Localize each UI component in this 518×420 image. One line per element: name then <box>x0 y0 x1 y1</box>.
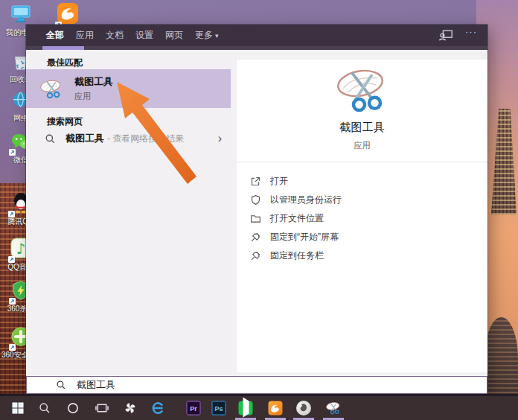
snipping-tool-icon <box>39 78 64 100</box>
taskbar-search-button[interactable] <box>39 402 51 415</box>
shortcut-arrow-icon <box>9 344 16 351</box>
cortana-circle-icon <box>67 402 80 415</box>
action-pin-to-taskbar[interactable]: 固定到任务栏 <box>237 246 487 265</box>
action-run-as-admin[interactable]: 以管理员身份运行 <box>237 191 487 209</box>
snipping-tool-icon <box>325 401 342 416</box>
search-icon <box>56 380 66 390</box>
shield-icon <box>250 194 261 206</box>
tab-all[interactable]: 全部 <box>46 29 64 42</box>
search-box <box>26 376 487 394</box>
action-open[interactable]: 打开 <box>237 172 487 191</box>
uc-browser-icon <box>57 2 79 28</box>
open-icon <box>250 176 261 187</box>
shortcut-arrow-icon <box>9 149 16 156</box>
task-view-icon <box>95 402 109 415</box>
round-app-icon <box>296 401 311 416</box>
tab-web[interactable]: 网页 <box>165 29 183 42</box>
tab-more[interactable]: 更多▾ <box>195 29 219 42</box>
taskbar-iqiyi[interactable] <box>239 401 253 416</box>
web-search-header: 搜索网页 <box>47 115 83 128</box>
screen: 我的电脑 回收站 网络 微信 腾讯QQ QQ音乐 360杀毒 360安全卫士 <box>0 0 518 420</box>
best-match-result-snipping-tool[interactable]: 截图工具 应用 <box>26 69 231 108</box>
taskbar-360-browser[interactable] <box>124 401 138 416</box>
web-search-result[interactable]: 截图工具 - 查看网络搜索结果 › <box>26 127 231 150</box>
tab-apps[interactable]: 应用 <box>76 29 94 42</box>
desktop-icon-uc-browser[interactable] <box>48 2 87 28</box>
ellipsis-icon[interactable]: ··· <box>465 26 477 37</box>
action-open-file-location[interactable]: 打开文件位置 <box>237 209 487 228</box>
search-input[interactable] <box>75 379 487 392</box>
pin-icon <box>250 232 261 243</box>
taskbar-photoshop[interactable]: Ps <box>212 401 226 416</box>
snipping-tool-icon-large <box>330 66 395 115</box>
cortana-button[interactable] <box>67 402 80 415</box>
taskbar-snipping-tool[interactable] <box>325 401 342 416</box>
result-subtitle: 应用 <box>74 91 113 102</box>
photoshop-icon: Ps <box>212 401 226 416</box>
best-match-header: 最佳匹配 <box>47 57 83 69</box>
windows-logo-icon <box>12 402 25 415</box>
app-card: 截图工具 应用 <box>237 60 487 162</box>
search-flyout: 全部 应用 文档 设置 网页 更多▾ ··· 最佳匹配 截图工具 应用 <box>26 25 487 394</box>
ie-icon <box>151 401 165 416</box>
uc-browser-icon <box>269 401 283 416</box>
taskbar-media-app[interactable] <box>296 401 311 416</box>
taskbar: Pr Ps <box>0 396 518 420</box>
web-query-hint: - 查看网络搜索结果 <box>107 133 184 145</box>
premiere-icon: Pr <box>187 401 201 416</box>
shortcut-arrow-icon <box>8 211 15 217</box>
app-actions: 打开 以管理员身份运行 打开文件位置 固定到“开始”屏幕 <box>237 162 487 265</box>
search-icon <box>45 133 56 144</box>
results-panel: 最佳匹配 截图工具 应用 搜索网页 截图工具 - 查看网络搜索结果 › <box>26 50 231 376</box>
search-icon <box>39 402 51 415</box>
folder-icon <box>250 213 261 224</box>
tab-documents[interactable]: 文档 <box>106 29 124 42</box>
tab-settings[interactable]: 设置 <box>135 29 153 42</box>
chevron-right-icon: › <box>218 133 222 144</box>
pinwheel-icon <box>124 401 138 416</box>
preview-panel: 截图工具 应用 打开 以管理员身份运行 打开文件位置 <box>237 60 487 372</box>
search-results: 最佳匹配 截图工具 应用 搜索网页 截图工具 - 查看网络搜索结果 › <box>26 50 487 376</box>
app-title: 截图工具 <box>237 121 487 135</box>
web-query: 截图工具 <box>65 132 104 145</box>
app-subtitle: 应用 <box>237 140 487 151</box>
iqiyi-icon <box>239 401 253 416</box>
task-view-button[interactable] <box>95 402 109 415</box>
result-title: 截图工具 <box>74 75 113 89</box>
account-icon[interactable] <box>438 29 453 42</box>
taskbar-premiere[interactable]: Pr <box>187 401 201 416</box>
taskbar-uc-browser[interactable] <box>269 401 283 416</box>
action-pin-to-start[interactable]: 固定到“开始”屏幕 <box>237 228 487 246</box>
pin-icon <box>250 250 261 261</box>
taskbar-internet-explorer[interactable] <box>151 401 165 416</box>
search-filter-bar: 全部 应用 文档 设置 网页 更多▾ ··· <box>26 25 487 46</box>
shortcut-arrow-icon <box>9 298 16 305</box>
chevron-down-icon: ▾ <box>215 32 219 39</box>
start-button[interactable] <box>12 402 25 415</box>
shortcut-arrow-icon <box>8 256 15 263</box>
